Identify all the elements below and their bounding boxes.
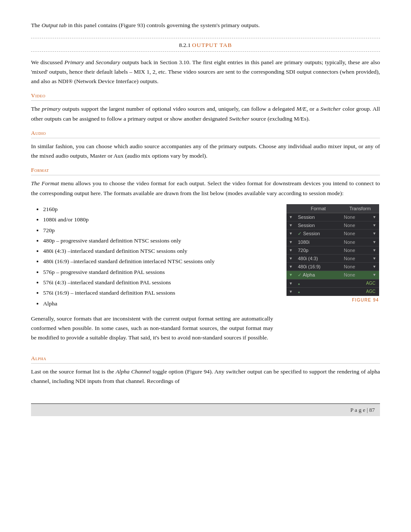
figure94-table: Format Transform ▼ Session None ▼ ▼ Sess… [286, 204, 379, 296]
section-bottom-rule [31, 51, 380, 52]
video-label: Video [31, 92, 380, 99]
table-row: ▼ ● AGC [286, 287, 379, 296]
section-821-heading: 8.2.1 OUTPUT TAB [31, 39, 380, 50]
table-row: ▼ Session None ▼ [286, 213, 379, 221]
page-footer: P a g e | 87 [31, 403, 380, 416]
audio-rule [31, 138, 380, 138]
list-item: 480i (4:3) –interlaced standard definiti… [43, 246, 273, 256]
main-paragraph: We discussed Primary and Secondary outpu… [31, 58, 380, 87]
figure94-col: Format Transform ▼ Session None ▼ ▼ Sess… [285, 204, 380, 349]
list-item: 576i (16:9) – interlaced standard defini… [43, 288, 273, 298]
list-item: 2160p [43, 204, 273, 215]
list-item: Alpha [43, 299, 273, 309]
table-row-highlighted: ▼ ✓ Alpha None ▼ [286, 271, 379, 279]
video-paragraph: The primary outputs support the largest … [31, 104, 380, 124]
page-number: P a g e | 87 [350, 407, 375, 414]
intro-text-before: The [31, 22, 41, 28]
list-item: 1080i and/or 1080p [43, 215, 273, 225]
table-row: ▼ 480i (4:3) None ▼ [286, 254, 379, 262]
table-row: ▼ ● AGC [286, 279, 379, 287]
format-paragraph: The Format menu allows you to choose the… [31, 179, 380, 198]
section-top-rule [31, 38, 380, 38]
intro-paragraph: The Output tab in this panel contains (F… [31, 21, 380, 30]
alpha-rule [31, 363, 380, 364]
list-item: 576p – progressive standard definition P… [43, 267, 273, 277]
intro-italic: Output tab [41, 22, 66, 28]
list-item: 480i (16:9) –interlaced standard definit… [43, 256, 273, 267]
audio-label: Audio [31, 130, 380, 137]
alpha-paragraph: Last on the source format list is the Al… [31, 367, 380, 386]
bullet-col: 2160p 1080i and/or 1080p 720p 480p – pro… [31, 204, 273, 349]
table-row: ▼ ✓ Session None ▼ [286, 229, 379, 238]
table-row: ▼ Session None ▼ [286, 221, 379, 229]
col-format: Format [295, 204, 341, 213]
after-list-paragraph: Generally, source formats that are incon… [31, 314, 273, 343]
col-transform: Transform [341, 204, 379, 213]
format-label: Format [31, 167, 380, 174]
list-item: 576i (4:3) –interlaced standard definiti… [43, 277, 273, 288]
list-item: 480p – progressive standard definition N… [43, 236, 273, 246]
video-rule [31, 100, 380, 101]
audio-paragraph: In similar fashion, you can choose which… [31, 142, 380, 161]
format-rule [31, 175, 380, 175]
intro-text-after: in this panel contains (Figure 93) contr… [67, 22, 260, 28]
list-item: 720p [43, 225, 273, 236]
table-row: ▼ 480i (16:9) None ▼ [286, 262, 379, 271]
table-row: ▼ 720p None ▼ [286, 246, 379, 254]
format-bullet-list: 2160p 1080i and/or 1080p 720p 480p – pro… [43, 204, 273, 309]
alpha-label: Alpha [31, 355, 380, 362]
two-col-layout: 2160p 1080i and/or 1080p 720p 480p – pro… [31, 204, 380, 349]
figure94-label: FIGURE 94 [286, 298, 379, 302]
section-name: OUTPUT TAB [192, 42, 232, 48]
table-row: ▼ 1080i None ▼ [286, 238, 379, 246]
section-number: 8.2.1 [179, 42, 190, 48]
